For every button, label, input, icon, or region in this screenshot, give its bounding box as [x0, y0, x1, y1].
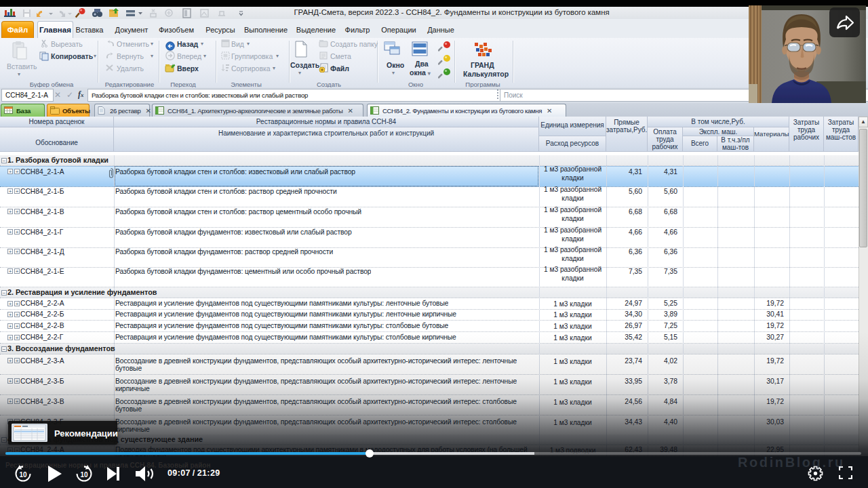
svg-text:10: 10 — [80, 471, 88, 479]
svg-text:10: 10 — [19, 471, 27, 479]
